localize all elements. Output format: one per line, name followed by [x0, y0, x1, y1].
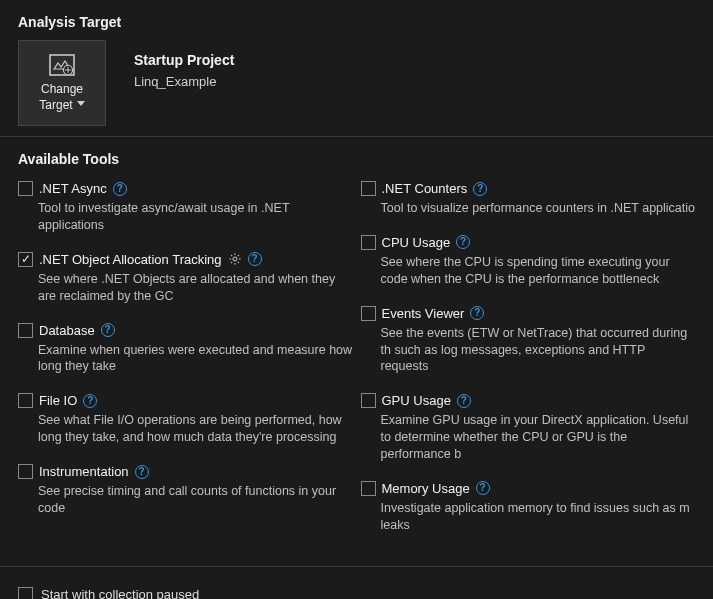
tool-checkbox[interactable] [361, 181, 376, 196]
help-icon[interactable]: ? [457, 394, 471, 408]
tool-description: Examine when queries were executed and m… [38, 342, 353, 376]
tool-description: Tool to investigate async/await usage in… [38, 200, 353, 234]
divider [0, 566, 713, 567]
tool-checkbox[interactable] [361, 481, 376, 496]
tool-checkbox[interactable] [18, 181, 33, 196]
target-row: Change Target Startup Project Linq_Examp… [18, 40, 713, 126]
tool-item: Instrumentation?See precise timing and c… [18, 464, 353, 517]
tool-name: Database [39, 323, 95, 338]
startup-project-title: Startup Project [134, 52, 234, 68]
help-icon[interactable]: ? [135, 465, 149, 479]
tool-checkbox[interactable] [18, 464, 33, 479]
tool-item: .NET Object Allocation Tracking?See wher… [18, 252, 353, 305]
tool-checkbox[interactable] [18, 252, 33, 267]
tool-item: .NET Counters?Tool to visualize performa… [361, 181, 696, 217]
change-target-button[interactable]: Change Target [18, 40, 106, 126]
tool-description: See where .NET Objects are allocated and… [38, 271, 353, 305]
tool-item: CPU Usage?See where the CPU is spending … [361, 235, 696, 288]
start-paused-label: Start with collection paused [41, 587, 199, 599]
tools-grid: .NET Async?Tool to investigate async/awa… [18, 181, 695, 552]
tool-name: .NET Async [39, 181, 107, 196]
svg-marker-3 [77, 101, 85, 106]
tool-description: Tool to visualize performance counters i… [381, 200, 696, 217]
tool-name: CPU Usage [382, 235, 451, 250]
gear-icon[interactable] [228, 252, 242, 266]
chevron-down-icon [77, 101, 85, 106]
tool-name: Instrumentation [39, 464, 129, 479]
tool-description: See precise timing and call counts of fu… [38, 483, 353, 517]
startup-project-name: Linq_Example [134, 74, 234, 89]
tool-name: Memory Usage [382, 481, 470, 496]
help-icon[interactable]: ? [456, 235, 470, 249]
tool-checkbox[interactable] [361, 235, 376, 250]
tool-header: CPU Usage? [361, 235, 696, 250]
tool-checkbox[interactable] [18, 323, 33, 338]
analysis-target-heading: Analysis Target [18, 14, 713, 30]
tool-name: Events Viewer [382, 306, 465, 321]
tool-header: .NET Async? [18, 181, 353, 196]
tool-checkbox[interactable] [361, 393, 376, 408]
tools-column-left: .NET Async?Tool to investigate async/awa… [18, 181, 353, 552]
svg-point-4 [233, 257, 237, 261]
tool-header: .NET Counters? [361, 181, 696, 196]
tool-name: .NET Counters [382, 181, 468, 196]
tool-item: Events Viewer?See the events (ETW or Net… [361, 306, 696, 376]
tool-header: Database? [18, 323, 353, 338]
tool-item: Memory Usage?Investigate application mem… [361, 481, 696, 534]
tool-description: See the events (ETW or NetTrace) that oc… [381, 325, 696, 376]
tool-item: File IO?See what File I/O operations are… [18, 393, 353, 446]
tool-item: GPU Usage?Examine GPU usage in your Dire… [361, 393, 696, 463]
divider [0, 136, 713, 137]
tool-header: Memory Usage? [361, 481, 696, 496]
tool-item: Database?Examine when queries were execu… [18, 323, 353, 376]
tool-header: Events Viewer? [361, 306, 696, 321]
start-paused-checkbox[interactable] [18, 587, 33, 599]
tool-item: .NET Async?Tool to investigate async/awa… [18, 181, 353, 234]
tool-checkbox[interactable] [18, 393, 33, 408]
tool-checkbox[interactable] [361, 306, 376, 321]
change-target-label-1: Change [41, 82, 83, 96]
change-target-label-2: Target [39, 98, 72, 112]
tool-name: .NET Object Allocation Tracking [39, 252, 222, 267]
change-target-icon [49, 54, 75, 76]
tool-header: Instrumentation? [18, 464, 353, 479]
tool-name: File IO [39, 393, 77, 408]
tool-name: GPU Usage [382, 393, 451, 408]
tools-column-right: .NET Counters?Tool to visualize performa… [361, 181, 696, 552]
option-row: Start with collection paused [18, 587, 713, 599]
help-icon[interactable]: ? [113, 182, 127, 196]
tool-description: See what File I/O operations are being p… [38, 412, 353, 446]
tool-description: See where the CPU is spending time execu… [381, 254, 696, 288]
help-icon[interactable]: ? [101, 323, 115, 337]
tool-description: Examine GPU usage in your DirectX applic… [381, 412, 696, 463]
tool-header: GPU Usage? [361, 393, 696, 408]
tool-header: .NET Object Allocation Tracking? [18, 252, 353, 267]
help-icon[interactable]: ? [473, 182, 487, 196]
help-icon[interactable]: ? [470, 306, 484, 320]
tool-header: File IO? [18, 393, 353, 408]
help-icon[interactable]: ? [248, 252, 262, 266]
available-tools-heading: Available Tools [18, 151, 713, 167]
help-icon[interactable]: ? [83, 394, 97, 408]
target-info: Startup Project Linq_Example [134, 52, 234, 89]
tool-description: Investigate application memory to find i… [381, 500, 696, 534]
help-icon[interactable]: ? [476, 481, 490, 495]
